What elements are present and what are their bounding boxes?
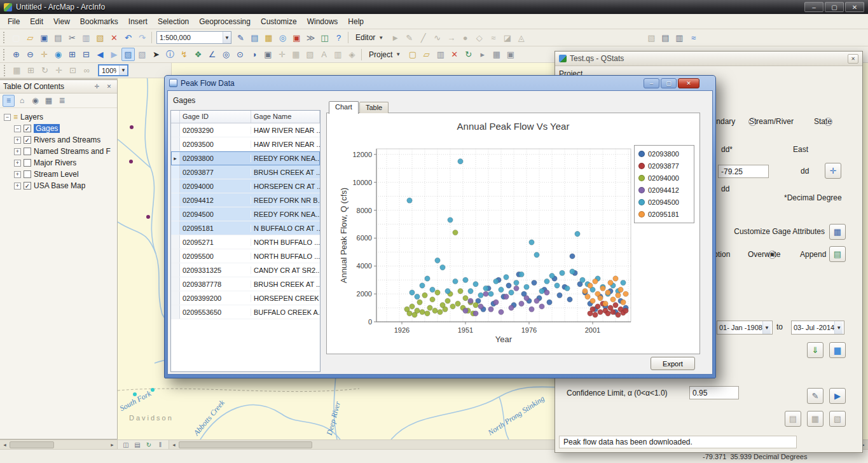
zoom-raster-icon[interactable]: ⊡ (66, 64, 79, 77)
dataframe-tools-icon[interactable]: ◈ (345, 48, 359, 61)
table-row[interactable]: 0209387778BRUSH CREEK AT ... (171, 277, 320, 291)
shift-raster-icon[interactable]: ✛ (52, 64, 65, 77)
search-window-icon[interactable]: ◎ (276, 31, 289, 45)
layer-root-label[interactable]: Layers (20, 113, 43, 121)
table-of-contents-icon[interactable]: ▤ (248, 31, 261, 45)
gage-id-cell[interactable]: 02094500 (180, 211, 251, 218)
pin-icon[interactable]: ✛ (92, 82, 102, 92)
refresh-view-icon[interactable]: ↻ (144, 440, 154, 449)
gage-name-cell[interactable]: NORTH BUFFALO ... (251, 252, 320, 260)
rotate-raster-icon[interactable]: ↻ (38, 64, 52, 77)
chevron-down-icon[interactable]: ▼ (119, 66, 127, 75)
menu-file[interactable]: File (3, 15, 25, 29)
chevron-down-icon[interactable]: ▼ (762, 321, 771, 334)
gage-name-cell[interactable]: N BUFFALO CR AT ... (251, 225, 320, 232)
expander-icon[interactable]: − (14, 125, 21, 132)
print-icon[interactable]: ▤ (52, 31, 65, 45)
point-tool-icon[interactable]: ● (458, 31, 472, 45)
scroll-thumb[interactable] (179, 441, 312, 448)
gage-id-cell[interactable]: 02095181 (180, 225, 251, 232)
copy-project-icon[interactable]: ▥ (434, 48, 447, 61)
gage-id-cell[interactable]: 02093800 (180, 155, 251, 162)
row-selector[interactable] (171, 179, 180, 193)
longitude-input[interactable]: -79.25 (718, 165, 769, 178)
gage-id-cell[interactable]: 0209553650 (180, 308, 251, 316)
gage-name-cell[interactable]: BRUSH CREEK AT ... (251, 169, 320, 176)
gage-name-cell[interactable]: REEDY FORK NR B... (251, 197, 320, 204)
cut-icon[interactable]: ✂ (65, 31, 79, 45)
list-by-selection-icon[interactable]: ▦ (43, 95, 55, 107)
menu-customize[interactable]: Customize (256, 15, 302, 29)
delete-icon[interactable]: ✕ (107, 31, 121, 45)
gage-name-cell[interactable]: BRUSH CREEK AT ... (251, 280, 320, 288)
batch-run-icon[interactable]: ▦ (490, 48, 503, 61)
table-row[interactable]: 02094000HORSEPEN CR AT ... (171, 179, 320, 193)
row-selector[interactable] (171, 249, 180, 263)
table-row[interactable]: 0209331325CANDY CR AT SR2... (171, 263, 320, 277)
table-row[interactable]: 02094500REEDY FORK NEA... (171, 207, 320, 221)
layer-named-streams-and-f[interactable]: Named Streams and F (34, 147, 111, 156)
georeferencing-icon[interactable]: ▦ (10, 64, 24, 77)
scroll-left-icon[interactable]: ◄ (169, 443, 179, 447)
annotation-icon[interactable]: ▥ (331, 48, 345, 61)
gage-point[interactable] (151, 388, 155, 392)
viewer-window-icon[interactable]: ▣ (261, 48, 275, 61)
edit-scale-icon[interactable]: ✎ (234, 31, 247, 45)
row-selector[interactable]: ▸ (171, 151, 180, 165)
expander-icon[interactable]: + (14, 137, 21, 144)
paste-icon[interactable]: ▧ (93, 31, 107, 45)
chevron-down-icon[interactable]: ▼ (834, 321, 843, 334)
table-gray-button[interactable]: ▦ (807, 411, 823, 427)
catalog-window-icon[interactable]: ▦ (262, 31, 275, 45)
layer-major-rivers[interactable]: Major Rivers (34, 158, 76, 167)
display-zoom-combo[interactable]: 100% ▼ (98, 64, 128, 76)
report-button[interactable]: ▤ (785, 411, 801, 427)
add-control-points-icon[interactable]: ⊞ (24, 64, 38, 77)
table-row[interactable]: 02093500HAW RIVER NEAR ... (171, 137, 320, 151)
gage-name-cell[interactable]: REEDY FORK NEA... (251, 155, 320, 162)
option-table-button[interactable]: ▤ (829, 246, 846, 262)
list-by-drawing-order-icon[interactable]: ≡ (3, 95, 15, 107)
layer-visibility-checkbox[interactable]: ✓ (24, 136, 31, 144)
expander-icon[interactable]: + (14, 171, 21, 178)
project-tools-icon[interactable]: ▸ (476, 48, 489, 61)
editor-edit-tool-icon[interactable]: ► (389, 31, 402, 45)
undo-icon[interactable]: ↶ (121, 31, 135, 45)
spatial-wave-icon[interactable]: ≈ (687, 31, 700, 45)
gage-id-cell[interactable]: 02094412 (180, 197, 251, 204)
edit-annotation-icon[interactable]: ✎ (403, 31, 416, 45)
gage-point[interactable] (129, 160, 133, 163)
gage-id-cell[interactable]: 02093500 (180, 141, 251, 148)
column-header-gage-id[interactable]: Gage ID (180, 111, 251, 123)
editor-menu[interactable]: Editor ▼ (351, 32, 388, 43)
fixed-zoom-out-icon[interactable]: ⊟ (79, 48, 93, 61)
row-selector[interactable] (171, 235, 180, 249)
table-row[interactable]: ▸02093800REEDY FORK NEA... (171, 151, 320, 165)
find-icon[interactable]: ◎ (219, 48, 233, 61)
row-selector[interactable] (171, 305, 180, 319)
new-project-icon[interactable]: ▢ (406, 48, 419, 61)
link-table-icon[interactable]: ∞ (80, 64, 93, 77)
edit-vertices-icon[interactable]: ◇ (472, 31, 486, 45)
select-elements-icon[interactable]: ➤ (149, 48, 163, 61)
gage-name-cell[interactable]: REEDY FORK NEA... (251, 211, 320, 218)
table-row[interactable]: 02095271NORTH BUFFALO ... (171, 235, 320, 249)
table-row[interactable]: 02093877BRUSH CREEK AT ... (171, 165, 320, 179)
confidence-input[interactable]: 0.95 (689, 386, 739, 399)
gage-table[interactable]: Gage IDGage Name 02093290HAW RIVER NEAR … (170, 110, 320, 372)
gage-name-cell[interactable]: CANDY CR AT SR2... (251, 266, 320, 274)
select-features-icon[interactable]: ▨ (121, 48, 135, 61)
gage-name-cell[interactable]: NORTH BUFFALO ... (251, 238, 320, 246)
menu-help[interactable]: Help (343, 15, 369, 29)
gage-name-cell[interactable]: HORSEPEN CR AT ... (251, 183, 320, 190)
chevron-down-icon[interactable]: ▼ (223, 32, 231, 43)
row-selector[interactable] (171, 221, 180, 235)
menu-selection[interactable]: Selection (153, 15, 194, 29)
menu-geoprocessing[interactable]: Geoprocessing (194, 15, 256, 29)
show-chart-button[interactable]: ▆ (829, 342, 846, 358)
column-header-gage-name[interactable]: Gage Name (251, 111, 320, 123)
toc-options-icon[interactable]: ≣ (56, 95, 68, 107)
layer-visibility-checkbox[interactable]: ✓ (24, 182, 31, 190)
dialog-minimize-button[interactable]: – (644, 78, 659, 88)
gage-point[interactable] (130, 125, 134, 129)
